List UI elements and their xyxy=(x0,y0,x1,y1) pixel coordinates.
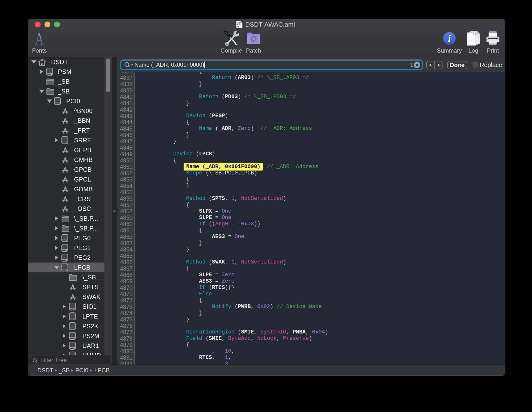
svg-text:i: i xyxy=(448,33,451,44)
svg-text:A: A xyxy=(35,31,44,46)
svg-text:AML: AML xyxy=(237,26,240,27)
